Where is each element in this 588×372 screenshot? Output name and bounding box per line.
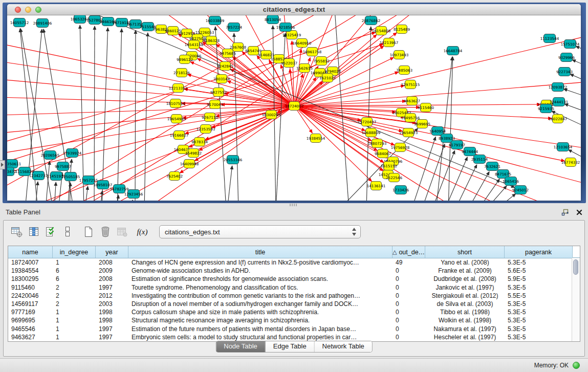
graph-node-label: 9245012 [512, 188, 529, 192]
graph-node-label: 12505185 [61, 174, 80, 179]
table-row[interactable]: 1830029562008Estimation of significance … [8, 275, 580, 283]
table-row[interactable]: 1872400712008Changes of HCN gene express… [8, 258, 580, 267]
import-table-button[interactable] [115, 225, 129, 239]
graph-node-label: 19166827 [170, 133, 189, 138]
graph-edge [570, 74, 581, 82]
graph-node-label: 18495756 [401, 116, 420, 120]
column-header-short[interactable]: short [425, 246, 505, 258]
delete-table-button[interactable] [98, 225, 113, 239]
cell-out_degree: 0 [393, 325, 425, 333]
graph-edge [102, 28, 108, 201]
graph-node-label: 12213312 [169, 86, 188, 91]
column-header-title[interactable]: title [128, 246, 393, 258]
table-type-tabs: Node TableEdge TableNetwork Table [215, 341, 373, 353]
graph-node-label: 19756928 [391, 145, 410, 150]
table-row[interactable]: 946362711997Embryonic stem cells: a mode… [8, 333, 580, 341]
column-header-label: short [458, 249, 472, 256]
graph-edge [294, 106, 377, 150]
cell-in_degree: 2 [53, 300, 96, 308]
cell-in_degree: 6 [53, 267, 96, 274]
cell-name: 9699695 [8, 317, 53, 324]
status-bar: Memory: OK [0, 358, 588, 372]
column-header-name[interactable]: name [8, 246, 53, 258]
function-builder-button[interactable]: f(x) [135, 225, 149, 239]
graph-edge [35, 182, 38, 201]
float-window-button[interactable] [559, 208, 571, 217]
cell-name: 9465546 [8, 325, 53, 333]
window-titlebar[interactable]: citations_edges.txt [7, 4, 581, 15]
vertical-scrollbar[interactable] [572, 258, 580, 341]
tab-network-table[interactable]: Network Table [315, 341, 372, 352]
graph-node-label: 9475685 [220, 51, 236, 56]
cell-out_degree: 0 [393, 284, 425, 291]
scrollbar-thumb[interactable] [573, 259, 578, 275]
graph-node-label: 12353593 [197, 127, 215, 132]
tab-edge-table[interactable]: Edge Table [266, 341, 315, 352]
function-icon: f(x) [137, 228, 148, 236]
column-header-year[interactable]: year [96, 246, 128, 258]
network-canvas[interactable]: 1872400718300295193845541522605398275088… [7, 15, 581, 201]
graph-node-label: 12342737 [29, 173, 48, 178]
cell-pagerank: 5.6E-5 [505, 267, 573, 274]
graph-node-label: 9474444 [462, 149, 478, 154]
network-graph[interactable]: 1872400718300295193845541522605398275088… [7, 15, 581, 201]
graph-node-label: 12213967 [380, 40, 399, 45]
panel-collapse-arrow-icon[interactable] [0, 160, 5, 169]
graph-node-label: 2367608 [230, 45, 246, 50]
table-row[interactable]: 911546021997Tourette syndrome. Phenomeno… [8, 283, 580, 292]
graph-edge [85, 186, 88, 201]
tab-node-table[interactable]: Node Table [216, 341, 266, 352]
cell-out_degree: 0 [393, 267, 425, 274]
graph-node-label: 12975115 [401, 82, 420, 87]
graph-node-label: 8186328 [203, 38, 220, 43]
table-disabled-icon [116, 226, 128, 238]
table-panel-body: f(x) citations_edges.txt namein_degreeye… [3, 220, 585, 357]
cell-year: 2003 [96, 300, 128, 308]
graph-node-label: 18325419 [282, 33, 301, 37]
cell-in_degree: 1 [53, 317, 96, 324]
graph-node-label: 9878334 [191, 140, 208, 144]
graph-node-label: 8938923 [439, 136, 455, 141]
graph-node-label: 15751074 [561, 42, 580, 47]
graph-node-label: 8813054 [265, 17, 281, 22]
column-header-out_degree[interactable]: △out_de… [393, 246, 425, 258]
graph-node-label: 12103654 [554, 145, 573, 149]
graph-node-label: 19654923 [399, 130, 418, 135]
column-header-label: in_degree [60, 249, 89, 256]
column-header-in_degree[interactable]: in_degree [53, 246, 96, 258]
table-row[interactable]: 946554611997Estimation of the future num… [8, 325, 580, 333]
graph-node-label: 9115460 [418, 105, 434, 110]
column-header-label: title [255, 249, 265, 256]
close-panel-button[interactable] [574, 208, 585, 217]
cell-title: Embryonic stem cells: a model to study s… [128, 334, 393, 341]
table-row[interactable]: 977716911998Corpus callosum shape and si… [8, 308, 580, 316]
cell-out_degree: 0 [393, 292, 425, 299]
table-row[interactable]: 1456911722003Disruption of a novel membe… [8, 300, 580, 308]
new-table-button[interactable] [81, 225, 96, 239]
graph-node-label: 19384554 [307, 136, 325, 141]
table-row[interactable]: 2242004622012Investigating the contribut… [8, 292, 580, 300]
table-gear-icon [11, 226, 23, 238]
create-column-button[interactable] [43, 225, 58, 239]
select-columns-button[interactable] [27, 225, 41, 239]
graph-edge [564, 104, 581, 113]
graph-edge [7, 106, 294, 174]
graph-node-label: 20891406 [33, 21, 52, 26]
row-height-button[interactable] [60, 225, 75, 239]
graph-node-label: 1733426 [393, 188, 409, 192]
graph-node-label: 2522546 [386, 176, 402, 180]
graph-node-label: 16774332 [561, 160, 580, 165]
table-mode-button[interactable] [10, 225, 24, 239]
graph-node-label: 7515546 [140, 25, 156, 29]
table-selector-dropdown[interactable]: citations_edges.txt [159, 225, 361, 238]
table-row[interactable]: 1938455462009Genome-wide association stu… [8, 267, 580, 275]
node-table: namein_degreeyeartitle△out_de…shortpager… [8, 246, 580, 342]
graph-node-label: 9463627 [404, 99, 420, 103]
graph-node-label: 9242845 [217, 64, 233, 69]
graph-node-label: 1621022 [319, 76, 336, 80]
table-row[interactable]: 969969511998Structural magnetic resonanc… [8, 316, 580, 324]
column-header-pagerank[interactable]: pagerank [505, 246, 573, 258]
cell-in_degree: 2 [53, 292, 96, 299]
graph-node-label: 11123544 [540, 36, 559, 41]
graph-edge [422, 144, 445, 201]
